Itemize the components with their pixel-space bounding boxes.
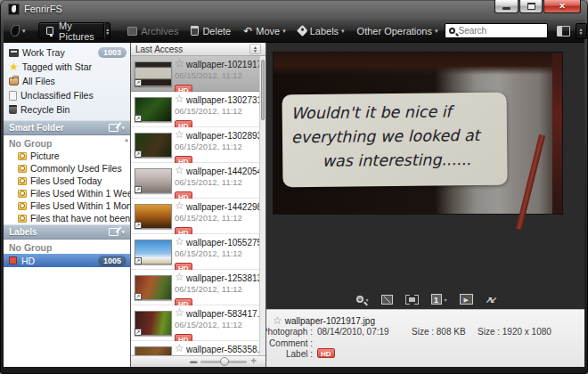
file-row[interactable]: ↗☆wallpaper-1253813.png06/15/2012, 11:12… bbox=[131, 270, 259, 305]
file-date: 06/15/2012, 11:12 bbox=[175, 142, 242, 151]
smart-folder-item[interactable]: Picture bbox=[4, 150, 130, 162]
star-icon[interactable]: ☆ bbox=[175, 199, 184, 212]
star-icon[interactable]: ☆ bbox=[175, 235, 184, 248]
toolbar-button-delete[interactable]: Delete bbox=[191, 26, 231, 37]
labels-header: Labels ▾ bbox=[4, 224, 130, 240]
zoom-out-icon[interactable]: ▬ bbox=[190, 358, 197, 365]
file-name: wallpaper-1442298.jpg bbox=[186, 202, 259, 212]
toolbar-button-archives: Archives bbox=[127, 26, 178, 37]
zoom-slider-knob[interactable] bbox=[220, 357, 229, 366]
sidebar-item-all-files[interactable]: All Files bbox=[4, 74, 130, 88]
toolbar-button-label: Move bbox=[256, 26, 280, 37]
view-stepper[interactable]: ▲▼ bbox=[576, 23, 587, 39]
star-icon[interactable]: ☆ bbox=[175, 164, 184, 176]
label-name: HD bbox=[21, 256, 35, 266]
smart-folder-item[interactable]: Files Used Within 1 Week bbox=[4, 187, 130, 199]
edit-smart-folder-icon[interactable] bbox=[109, 124, 118, 132]
sidebar: Work Tray1003★Tagged with StarAll FilesU… bbox=[4, 43, 131, 367]
file-thumbnail: ↗ bbox=[135, 168, 172, 193]
star-icon[interactable]: ☆ bbox=[175, 342, 184, 354]
toolbar-button-move[interactable]: ↶Move▾ bbox=[243, 26, 285, 37]
file-row[interactable]: ↗☆wallpaper-1442298.jpg06/15/2012, 11:12… bbox=[131, 199, 259, 234]
sort-header[interactable]: Last Access ▲▼ bbox=[131, 43, 265, 56]
file-list: ↗☆wallpaper-1021917.jpg06/15/2012, 11:12… bbox=[131, 56, 259, 355]
file-list-scrollbar[interactable] bbox=[259, 56, 265, 355]
edit-labels-icon[interactable] bbox=[109, 228, 118, 236]
star-icon[interactable]: ☆ bbox=[175, 93, 184, 105]
hd-label-badge[interactable]: HD bbox=[317, 348, 335, 358]
maximize-button[interactable] bbox=[519, 0, 543, 13]
file-thumbnail: ↗ bbox=[135, 275, 172, 300]
scrollbar-thumb[interactable] bbox=[261, 60, 265, 120]
shortcut-arrow-icon: ↗ bbox=[135, 115, 142, 122]
zoom-button[interactable]: ▾ bbox=[356, 296, 369, 303]
smart-folder-item[interactable]: Files that have not been used f... bbox=[4, 212, 130, 224]
file-name: wallpaper-585358.jpg bbox=[186, 345, 259, 354]
sidebar-item-recycle-bin[interactable]: Recycle Bin bbox=[4, 102, 130, 117]
app-menu-button[interactable]: ▾ bbox=[11, 25, 26, 37]
quill-icon bbox=[11, 25, 20, 37]
file-thumbnail: ↗ bbox=[135, 311, 172, 336]
close-button[interactable]: ✕ bbox=[543, 0, 581, 13]
file-name: wallpaper-1021917.jpg bbox=[186, 60, 259, 69]
sidebar-item-work-tray[interactable]: Work Tray1003 bbox=[4, 45, 130, 60]
chevron-down-icon[interactable]: ▾ bbox=[121, 229, 125, 236]
scroll-down-icon[interactable]: ▼ bbox=[124, 205, 129, 210]
sidebar-item-label: Tagged with Star bbox=[22, 61, 92, 72]
search-box[interactable] bbox=[445, 23, 548, 38]
file-row[interactable]: ↗☆wallpaper-1302731.jpg06/15/2012, 11:12… bbox=[131, 92, 259, 127]
sidebar-item-tagged-with-star[interactable]: ★Tagged with Star bbox=[4, 60, 130, 74]
file-row[interactable]: ↗☆wallpaper-1442054.jpg06/15/2012, 11:12… bbox=[131, 163, 259, 199]
file-row[interactable]: ↗☆wallpaper-585358.jpg06/15/2012, 11:12H… bbox=[131, 341, 259, 355]
toolbar-button-labels[interactable]: Labels▾ bbox=[298, 26, 345, 37]
star-icon[interactable]: ☆ bbox=[175, 306, 184, 319]
search-input[interactable] bbox=[459, 26, 539, 36]
sidebar-item-label: All Files bbox=[22, 76, 55, 86]
minimize-icon bbox=[502, 7, 510, 10]
slideshow-button[interactable]: ▶ bbox=[460, 294, 473, 305]
minimize-button[interactable] bbox=[494, 0, 519, 13]
actual-size-button[interactable] bbox=[381, 295, 393, 305]
file-row[interactable]: ↗☆wallpaper-1302893.jpg06/15/2012, 11:12… bbox=[131, 127, 259, 163]
file-row[interactable]: ↗☆wallpaper-583417.jpg06/15/2012, 11:12H… bbox=[131, 305, 259, 341]
star-icon[interactable]: ☆ bbox=[175, 271, 184, 283]
sidebar-item-unclassified-files[interactable]: Unclassified Files bbox=[4, 88, 130, 102]
star-icon[interactable]: ☆ bbox=[175, 128, 184, 141]
shortcut-arrow-icon: ↗ bbox=[135, 257, 142, 264]
file-thumbnail: ↗ bbox=[135, 97, 172, 122]
smart-folder-item[interactable]: Commonly Used Files bbox=[4, 162, 130, 175]
zoom-in-icon[interactable]: ✛ bbox=[250, 358, 257, 365]
smart-folder-item[interactable]: Files Used Within 1 Month bbox=[4, 199, 130, 212]
sort-stepper[interactable]: ▲▼ bbox=[249, 44, 261, 54]
smart-folder-icon bbox=[18, 152, 27, 160]
preview-image[interactable]: Wouldn't it be nice if everything we loo… bbox=[274, 53, 562, 214]
app-icon bbox=[8, 4, 20, 15]
scroll-up-icon[interactable]: ▲ bbox=[124, 137, 129, 142]
source-folder-button[interactable]: My Pictures bbox=[38, 22, 105, 39]
info-size-value: 808 KB bbox=[437, 327, 466, 337]
panel-toggle-icon[interactable] bbox=[557, 26, 570, 37]
fullscreen-button[interactable]: ↗↙ bbox=[486, 295, 495, 305]
move-icon: ↶ bbox=[243, 27, 252, 36]
file-date: 06/15/2012, 11:12 bbox=[175, 177, 242, 187]
label-item-hd[interactable]: HD1005 bbox=[4, 254, 130, 267]
page-number-button[interactable]: 1▾ bbox=[431, 294, 447, 305]
file-row[interactable]: ↗☆wallpaper-1055275.png06/15/2012, 11:12… bbox=[131, 234, 259, 270]
source-folder-stepper[interactable]: ▲▼ bbox=[104, 22, 110, 39]
chevron-down-icon[interactable]: ▾ bbox=[121, 125, 125, 132]
file-row[interactable]: ↗☆wallpaper-1021917.jpg06/15/2012, 11:12… bbox=[131, 56, 259, 92]
search-icon bbox=[449, 28, 455, 34]
title-bar[interactable]: FenrirFS ✕ bbox=[0, 0, 588, 20]
zoom-slider[interactable] bbox=[200, 361, 247, 363]
count-badge: 1005 bbox=[98, 256, 127, 266]
archive-icon bbox=[127, 27, 137, 36]
star-icon[interactable]: ☆ bbox=[273, 314, 282, 327]
file-date: 06/15/2012, 11:12 bbox=[175, 106, 242, 116]
smart-folder-group-label: No Group bbox=[4, 135, 130, 150]
smart-folder-item[interactable]: Files Used Today bbox=[4, 175, 130, 187]
smart-folder-label: Files Used Today bbox=[30, 175, 102, 186]
file-list-panel: Last Access ▲▼ ↗☆wallpaper-1021917.jpg06… bbox=[131, 43, 266, 367]
star-icon[interactable]: ☆ bbox=[175, 57, 184, 69]
toolbar-button-other-operations[interactable]: Other Operations▾ bbox=[357, 26, 438, 37]
fit-window-button[interactable] bbox=[405, 295, 419, 305]
